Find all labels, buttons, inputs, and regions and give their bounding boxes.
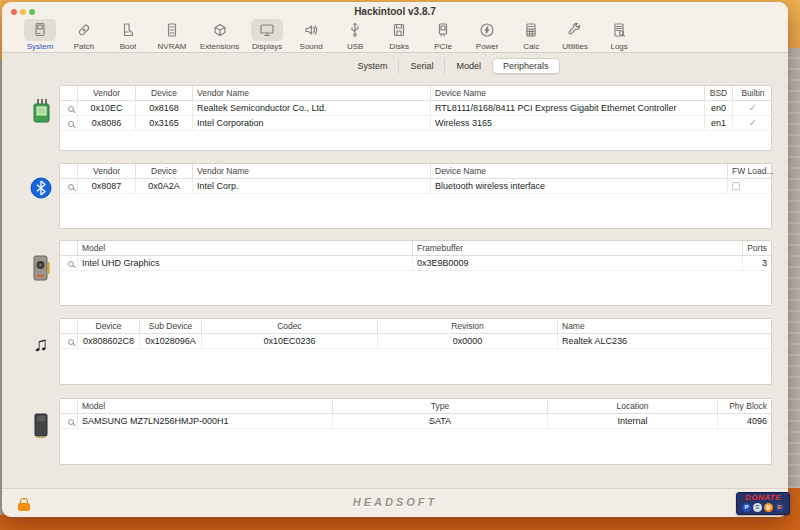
column-header[interactable]: Codec xyxy=(202,319,378,333)
calc-icon xyxy=(515,19,547,41)
magnifier-icon[interactable] xyxy=(68,261,74,267)
column-header[interactable]: FW Load... xyxy=(728,164,773,178)
background-window-right xyxy=(788,48,800,488)
toolbar-item-system[interactable]: System xyxy=(18,19,62,51)
table-row[interactable]: 0x808602C80x1028096A0x10EC02360x0000Real… xyxy=(60,334,771,349)
table-body: SAMSUNG MZ7LN256HMJP-000H1SATAInternal40… xyxy=(60,414,771,464)
table-row[interactable]: 0x80860x3165Intel CorporationWireless 31… xyxy=(60,116,771,131)
row-search-cell xyxy=(60,179,78,193)
header-spacer xyxy=(60,319,78,333)
checkmark-icon[interactable]: ✓ xyxy=(749,117,757,128)
table-cell: en0 xyxy=(705,101,733,115)
toolbar-item-disks[interactable]: Disks xyxy=(377,19,421,51)
ethernet-icon xyxy=(26,98,56,132)
column-header[interactable]: Name xyxy=(558,319,773,333)
toolbar-item-boot[interactable]: Boot xyxy=(106,19,150,51)
toolbar-item-displays[interactable]: Displays xyxy=(245,19,289,51)
sound-icon xyxy=(295,19,327,41)
toolbar-item-power[interactable]: Power xyxy=(465,19,509,51)
toolbar-item-label: Disks xyxy=(389,42,409,51)
column-header[interactable]: Model xyxy=(78,241,413,255)
toolbar-item-label: PCIe xyxy=(434,42,452,51)
table-cell: 0x10EC xyxy=(78,101,136,115)
magnifier-icon[interactable] xyxy=(68,184,74,190)
table-cell: Intel Corp. xyxy=(193,179,431,193)
tab-serial[interactable]: Serial xyxy=(399,58,445,74)
tab-system[interactable]: System xyxy=(346,58,399,74)
table-cell: Realtek Semiconductor Co., Ltd. xyxy=(193,101,431,115)
column-header[interactable]: Device Name xyxy=(431,164,728,178)
column-header[interactable]: Framebuffer xyxy=(413,241,743,255)
row-search-cell xyxy=(60,256,78,270)
row-search-cell xyxy=(60,414,78,428)
table-row[interactable]: 0x10EC0x8168Realtek Semiconductor Co., L… xyxy=(60,101,771,116)
displays-icon xyxy=(251,19,283,41)
toolbar-item-label: NVRAM xyxy=(158,42,187,51)
tab-model[interactable]: Model xyxy=(445,58,492,74)
toolbar-item-label: Patch xyxy=(74,42,94,51)
row-search-cell xyxy=(60,101,78,115)
table-header: DeviceSub DeviceCodecRevisionName xyxy=(60,319,771,334)
table-cell: 0x3E9B0009 xyxy=(413,256,743,270)
row-search-cell xyxy=(60,334,78,348)
column-header[interactable]: Ports xyxy=(743,241,773,255)
table-header: ModelFramebufferPorts xyxy=(60,241,771,256)
power-icon xyxy=(471,19,503,41)
column-header[interactable]: Location xyxy=(548,399,718,413)
column-header[interactable]: Device xyxy=(136,164,193,178)
column-header[interactable]: Phy Block xyxy=(718,399,773,413)
magnifier-icon[interactable] xyxy=(68,106,74,112)
checkbox-cell[interactable]: ✓ xyxy=(733,116,771,130)
toolbar-item-nvram[interactable]: NVRAM xyxy=(150,19,194,51)
header-spacer xyxy=(60,86,78,100)
column-header[interactable]: BSD xyxy=(705,86,733,100)
toolbar-item-logs[interactable]: Logs xyxy=(597,19,641,51)
table-row[interactable]: 0x80870x0A2AIntel Corp.Bluetooth wireles… xyxy=(60,179,771,194)
column-header[interactable]: Device Name xyxy=(431,86,705,100)
column-header[interactable]: Vendor xyxy=(78,164,136,178)
magnifier-icon[interactable] xyxy=(68,419,74,425)
column-header[interactable]: Vendor Name xyxy=(193,164,431,178)
table-body: 0x80870x0A2AIntel Corp.Bluetooth wireles… xyxy=(60,179,771,228)
tab-peripherals[interactable]: Peripherals xyxy=(492,58,560,74)
column-header[interactable]: Type xyxy=(333,399,548,413)
checkmark-icon[interactable]: ✓ xyxy=(749,102,757,113)
column-header[interactable]: Vendor xyxy=(78,86,136,100)
toolbar-item-label: Sound xyxy=(300,42,323,51)
donate-coins: P Ξ ₿ Ð xyxy=(737,503,789,512)
donate-button[interactable]: DONATE P Ξ ₿ Ð xyxy=(736,492,790,515)
table-header: VendorDeviceVendor NameDevice NameFW Loa… xyxy=(60,164,771,179)
window-chrome: Hackintool v3.8.7 System Patch Boot xyxy=(2,2,788,53)
table-row[interactable]: Intel UHD Graphics0x3E9B00093 xyxy=(60,256,771,271)
header-spacer xyxy=(60,241,78,255)
column-header[interactable]: Sub Device xyxy=(140,319,202,333)
checkbox-cell[interactable]: ✓ xyxy=(733,101,771,115)
column-header[interactable]: Revision xyxy=(378,319,558,333)
toolbar-item-patch[interactable]: Patch xyxy=(62,19,106,51)
boot-icon xyxy=(112,19,144,41)
toolbar-item-label: Utilities xyxy=(562,42,588,51)
usb-icon xyxy=(339,19,371,41)
column-header[interactable]: Model xyxy=(78,399,333,413)
table-cell: SATA xyxy=(333,414,548,428)
audio-table: DeviceSub DeviceCodecRevisionName 0x8086… xyxy=(59,318,772,385)
peripherals-tabbar: System Serial Model Peripherals xyxy=(2,58,788,74)
graphics-table: ModelFramebufferPorts Intel UHD Graphics… xyxy=(59,240,772,306)
checkbox-cell[interactable] xyxy=(728,179,771,193)
table-cell: 0x808602C8 xyxy=(78,334,140,348)
column-header[interactable]: Vendor Name xyxy=(193,86,431,100)
toolbar-item-calc[interactable]: Calc xyxy=(509,19,553,51)
toolbar-item-utilities[interactable]: Utilities xyxy=(553,19,597,51)
column-header[interactable]: Builtin xyxy=(733,86,773,100)
table-row[interactable]: SAMSUNG MZ7LN256HMJP-000H1SATAInternal40… xyxy=(60,414,771,429)
toolbar-item-usb[interactable]: USB xyxy=(333,19,377,51)
magnifier-icon[interactable] xyxy=(68,121,74,127)
column-header[interactable]: Device xyxy=(136,86,193,100)
magnifier-icon[interactable] xyxy=(68,339,74,345)
toolbar-item-extensions[interactable]: Extensions xyxy=(194,19,245,51)
toolbar-item-pcie[interactable]: PCIe xyxy=(421,19,465,51)
table-cell: RTL8111/8168/8411 PCI Express Gigabit Et… xyxy=(431,101,705,115)
column-header[interactable]: Device xyxy=(78,319,140,333)
toolbar-item-sound[interactable]: Sound xyxy=(289,19,333,51)
empty-checkbox[interactable] xyxy=(732,182,740,190)
